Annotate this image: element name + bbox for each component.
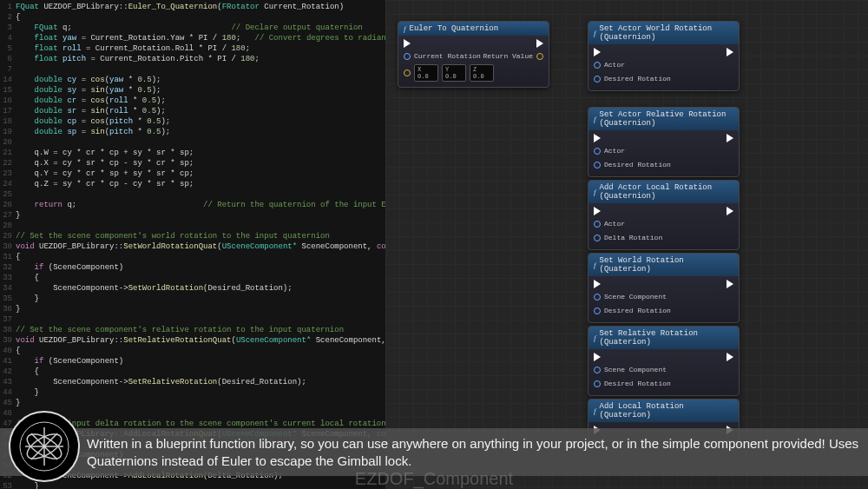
data-pin[interactable] (594, 76, 601, 83)
code-line[interactable]: 53 } (0, 481, 385, 489)
code-line[interactable]: 6 float pitch = Current_Rotation.Pitch *… (0, 54, 385, 64)
node-header[interactable]: fSet World Rotation (Quaterion) (589, 254, 739, 276)
data-pin[interactable] (404, 53, 411, 60)
exec-pin-out[interactable] (536, 39, 543, 48)
code-line[interactable]: 35 } (0, 294, 385, 304)
line-number: 16 (0, 96, 16, 106)
data-pin[interactable] (594, 221, 601, 228)
blueprint-node[interactable]: fEuler To QuaternionCurrent RotationRetu… (398, 21, 549, 88)
data-pin[interactable] (594, 162, 601, 169)
node-header[interactable]: fAdd Local Rotation (Quaterion) (589, 400, 739, 422)
code-line[interactable]: 42 { (0, 367, 385, 377)
line-number: 53 (0, 481, 16, 489)
exec-pin-in[interactable] (594, 48, 601, 56)
vector-input[interactable]: Y 0.0 (442, 64, 466, 82)
code-line[interactable]: 17 double sr = sin(roll * 0.5); (0, 106, 385, 116)
code-line[interactable]: 34 SceneComponent->SetWorldRotation(Desi… (0, 283, 385, 294)
code-line[interactable]: 15 double sy = sin(yaw * 0.5); (0, 85, 385, 96)
data-pin[interactable] (594, 294, 601, 301)
code-line[interactable]: 21 q.W = cy * cr * cp + sy * sr * sp; (0, 148, 385, 158)
code-line[interactable]: 18 double cp = cos(pitch * 0.5); (0, 116, 385, 127)
data-pin[interactable] (594, 235, 601, 241)
exec-pin-in[interactable] (404, 39, 411, 48)
line-content (16, 137, 385, 148)
code-line[interactable]: 20 (0, 137, 385, 148)
node-header[interactable]: fSet Actor Relative Rotation (Quaternion… (589, 108, 739, 130)
code-line[interactable]: 37 (0, 314, 385, 325)
exec-pin-out[interactable] (727, 48, 733, 56)
node-header[interactable]: fAdd Actor Local Rotation (Quaternion) (589, 181, 739, 203)
code-line[interactable]: 7 (0, 64, 385, 75)
code-line[interactable]: 40{ (0, 346, 385, 356)
code-line[interactable]: 39void UEZDOF_BPLibrary::SetRelativeRota… (0, 335, 385, 346)
line-content: float yaw = Current_Rotation.Yaw * PI / … (16, 33, 385, 43)
code-line[interactable]: 29// Set the scene component's world rot… (0, 231, 385, 241)
exec-pin-in[interactable] (594, 207, 601, 215)
exec-pin-out[interactable] (727, 207, 733, 215)
blueprint-node[interactable]: fAdd Actor Local Rotation (Quaternion)Ac… (588, 180, 740, 250)
pin-label: Desired Rotation (604, 161, 671, 169)
code-line[interactable]: 32 if (SceneComponent) (0, 262, 385, 273)
line-content: SceneComponent->SetRelativeRotation(Desi… (16, 377, 385, 387)
code-line[interactable]: 36} (0, 304, 385, 314)
pin-label: Scene Component (604, 293, 667, 301)
data-pin-out[interactable] (536, 53, 543, 60)
line-content: { (16, 346, 385, 356)
code-line[interactable]: 33 { (0, 273, 385, 283)
node-header[interactable]: fSet Actor World Rotation (Quaternion) (589, 22, 739, 44)
code-line[interactable]: 30void UEZDOF_BPLibrary::SetWorldRotatio… (0, 241, 385, 252)
exec-pin-out[interactable] (727, 134, 733, 142)
vector-input[interactable]: X 0.0 (414, 64, 438, 82)
exec-pin-out[interactable] (727, 353, 733, 361)
data-pin[interactable] (594, 367, 601, 373)
line-content (16, 64, 385, 75)
blueprint-node[interactable]: fSet World Rotation (Quaterion)Scene Com… (588, 253, 740, 323)
code-line[interactable]: 31{ (0, 252, 385, 262)
code-line[interactable]: 5 float roll = Current_Rotation.Roll * P… (0, 43, 385, 54)
node-title: Set Actor Relative Rotation (Quaternion) (600, 110, 733, 128)
vector-input[interactable]: Z 0.0 (470, 64, 494, 82)
exec-pin-out[interactable] (727, 280, 733, 288)
code-line[interactable]: 43 SceneComponent->SetRelativeRotation(D… (0, 377, 385, 387)
code-line[interactable]: 27} (0, 210, 385, 221)
data-pin[interactable] (594, 148, 601, 155)
code-line[interactable]: 25 (0, 189, 385, 200)
data-pin[interactable] (404, 69, 411, 76)
code-line[interactable]: 44 } (0, 387, 385, 398)
node-body: ActorDesired Rotation (589, 130, 739, 176)
exec-pin-in[interactable] (594, 280, 601, 288)
code-line[interactable]: 3 FQuat q; // Declare output quaternion (0, 23, 385, 33)
node-header[interactable]: fSet Relative Rotation (Quaterion) (589, 327, 739, 349)
code-line[interactable]: 2{ (0, 12, 385, 23)
line-number: 46 (0, 408, 16, 419)
code-line[interactable]: 41 if (SceneComponent) (0, 356, 385, 367)
line-content: if (SceneComponent) (16, 356, 385, 367)
line-content (16, 189, 385, 200)
blueprint-graph-panel[interactable]: fEuler To QuaternionCurrent RotationRetu… (385, 0, 868, 489)
code-line[interactable]: 23 q.Y = cy * cr * sp + sy * sr * cp; (0, 169, 385, 179)
blueprint-node[interactable]: fSet Relative Rotation (Quaterion)Scene … (588, 326, 740, 396)
exec-pin-in[interactable] (594, 134, 601, 142)
code-line[interactable]: 22 q.X = cy * sr * cp - sy * cr * sp; (0, 158, 385, 169)
node-title: Add Actor Local Rotation (Quaternion) (600, 183, 733, 201)
code-line[interactable]: 45} (0, 398, 385, 408)
line-content (16, 221, 385, 231)
data-pin[interactable] (594, 307, 601, 314)
code-line[interactable]: 14 double cy = cos(yaw * 0.5); (0, 75, 385, 85)
line-number: 27 (0, 210, 16, 221)
code-line[interactable]: 38// Set the scene component's relative … (0, 325, 385, 335)
blueprint-node[interactable]: fSet Actor Relative Rotation (Quaternion… (588, 107, 740, 177)
code-line[interactable]: 19 double sp = sin(pitch * 0.5); (0, 127, 385, 137)
code-line[interactable]: 24 q.Z = sy * cr * cp - cy * sr * sp; (0, 179, 385, 189)
code-line[interactable]: 16 double cr = cos(roll * 0.5); (0, 96, 385, 106)
data-pin[interactable] (594, 62, 601, 69)
exec-pin-in[interactable] (594, 353, 601, 361)
code-line[interactable]: 4 float yaw = Current_Rotation.Yaw * PI … (0, 33, 385, 43)
code-line[interactable]: 1FQuat UEZDOF_BPLibrary::Euler_To_Quater… (0, 2, 385, 12)
data-pin[interactable] (594, 380, 601, 387)
blueprint-node[interactable]: fSet Actor World Rotation (Quaternion)Ac… (588, 21, 740, 91)
code-line[interactable]: 26 return q; // Return the quaternion of… (0, 200, 385, 210)
node-header[interactable]: fEuler To Quaternion (398, 22, 549, 36)
code-line[interactable]: 28 (0, 221, 385, 231)
line-number: 14 (0, 75, 16, 85)
